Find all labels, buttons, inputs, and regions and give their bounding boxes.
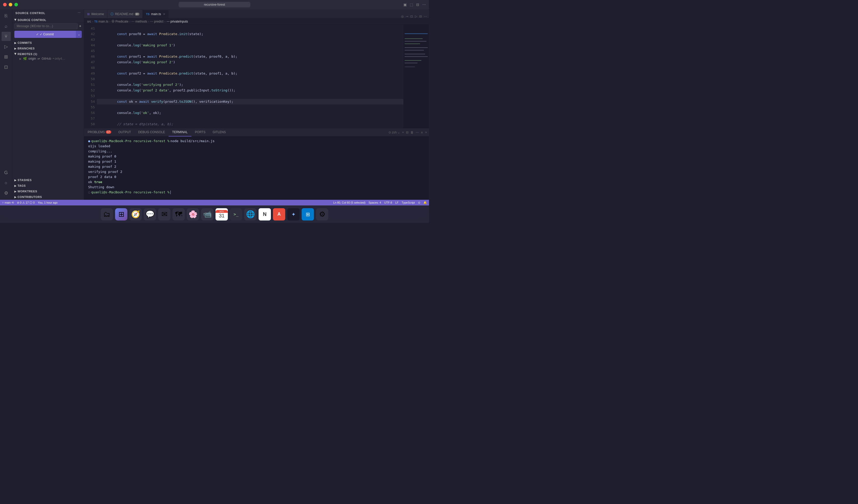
contributors-header[interactable]: ▶ CONTRIBUTORS: [12, 195, 84, 199]
activity-search[interactable]: ⌕: [2, 21, 11, 31]
activity-account[interactable]: ○: [2, 178, 11, 188]
terminal-content[interactable]: ● quanli@s-MacBook-Pro recursive-forest …: [84, 136, 429, 200]
dock-system-prefs[interactable]: ⚙: [316, 208, 328, 221]
tab-output[interactable]: OUTPUT: [115, 128, 134, 136]
code-editor[interactable]: 41 42 43 44 45 46 47 48 49 50 51 52 53 5…: [84, 25, 429, 128]
code-line-54: const ok = await verify(proof2.toJSON(),…: [97, 99, 403, 104]
tab-welcome[interactable]: ⊞ Welcome: [84, 10, 107, 18]
code-line-51: console.log('verifying proof 2');: [97, 82, 403, 87]
breadcrumb-predict[interactable]: ⋯ predict: [150, 20, 163, 23]
run-file-icon[interactable]: ▷: [415, 15, 417, 18]
split-editor-icon[interactable]: ⊡: [410, 15, 413, 18]
dock-facetime[interactable]: 📹: [201, 208, 213, 221]
tab-debug-console[interactable]: DEBUG CONSOLE: [134, 128, 169, 136]
dock-acrobat[interactable]: A: [273, 208, 285, 221]
close-button[interactable]: [3, 3, 7, 6]
tags-header[interactable]: ▶ TAGS: [12, 183, 84, 188]
commit-options-button[interactable]: ⌄: [76, 31, 82, 38]
code-content[interactable]: const proof0 = await Predicate.init(stat…: [97, 25, 403, 128]
breadcrumb-main-ts[interactable]: TS main.ts: [94, 20, 108, 23]
status-language[interactable]: TypeScript: [401, 201, 415, 204]
dock-photos[interactable]: 🌸: [187, 208, 199, 221]
maximize-terminal-icon[interactable]: ∧: [421, 131, 423, 134]
dock-terminal[interactable]: >_: [230, 208, 242, 221]
source-control-toggle[interactable]: ▶ SOURCE CONTROL: [12, 18, 84, 22]
dock-safari[interactable]: 🧭: [129, 208, 142, 221]
more-actions-icon[interactable]: ⋯: [422, 3, 426, 7]
dock-calendar[interactable]: NOV 31: [216, 208, 228, 221]
svg-rect-5: [404, 50, 424, 50]
chevron-right-icon: ▶: [14, 196, 17, 198]
branches-section: ▶ BRANCHES: [12, 46, 84, 51]
breadcrumb-methods[interactable]: ⋯ methods: [131, 20, 147, 23]
remotes-header[interactable]: ▶ REMOTES (1): [12, 52, 84, 56]
status-branch[interactable]: ⑂ main ⟲: [2, 201, 14, 205]
chevron-down-icon: ⌄: [397, 131, 400, 134]
remote-item-origin[interactable]: ▶ 🌿 origin ⇌ GitHub • only4…: [12, 56, 84, 61]
status-bell[interactable]: 🔔: [423, 201, 427, 205]
breadcrumb-predicate[interactable]: ⦿ Predicate: [111, 20, 128, 23]
status-eol[interactable]: LF: [395, 201, 398, 204]
window-controls[interactable]: [3, 3, 18, 6]
title-search[interactable]: [179, 2, 250, 7]
more-menu-icon[interactable]: ⋯: [78, 11, 81, 15]
close-terminal-icon[interactable]: ×: [425, 131, 427, 134]
activity-run[interactable]: ▷: [2, 42, 11, 51]
dock-cursor[interactable]: ✦: [287, 208, 300, 221]
more-tab-actions-icon[interactable]: ⋯: [424, 15, 427, 18]
svg-rect-9: [404, 63, 417, 63]
watch-icon[interactable]: ◎: [401, 15, 403, 18]
editor-layout-icon[interactable]: ⊟: [416, 3, 419, 7]
tab-terminal[interactable]: TERMINAL: [169, 128, 191, 136]
stashes-header[interactable]: ▶ STASHES: [12, 178, 84, 182]
status-encoding[interactable]: UTF-8: [384, 201, 392, 204]
sidebar-header-actions[interactable]: ⋯: [78, 11, 81, 15]
tab-readme[interactable]: ⓘ README.md 9+: [107, 10, 143, 18]
status-you-info[interactable]: You, 1 hour ago: [38, 201, 58, 204]
tab-problems[interactable]: PROBLEMS 17: [84, 128, 115, 136]
sidebar-toggle-icon[interactable]: ▣: [403, 3, 407, 7]
dock-maps[interactable]: 🗺: [173, 208, 185, 221]
dock-notion[interactable]: N: [258, 208, 271, 221]
status-errors[interactable]: ⊘ 0 ⚠ 17 ⓘ 0: [17, 201, 35, 205]
add-terminal-icon[interactable]: +: [402, 131, 404, 134]
status-position[interactable]: Ln 80, Col 60 (5 selected): [333, 201, 365, 204]
layout-icon[interactable]: ⬚: [410, 3, 413, 7]
sparkle-icon[interactable]: ✦: [79, 24, 82, 28]
activity-source-control[interactable]: ⑂: [2, 32, 11, 41]
activity-settings[interactable]: ⚙: [2, 189, 11, 198]
tab-close-button[interactable]: ×: [163, 12, 165, 16]
commits-header[interactable]: ▶ COMMITS: [12, 40, 84, 45]
kill-terminal-icon[interactable]: 🗑: [411, 131, 414, 134]
split-terminal-icon[interactable]: ⊟: [406, 131, 409, 134]
commit-button[interactable]: ✓ ✓ Commit: [14, 31, 76, 38]
dock-mail[interactable]: ✉: [158, 208, 171, 221]
tab-ports[interactable]: PORTS: [191, 128, 209, 136]
layout-editor-icon[interactable]: ⊟: [419, 15, 422, 18]
breadcrumb-icon[interactable]: ⊸: [406, 15, 408, 18]
minimize-button[interactable]: [9, 3, 12, 6]
dock-messages[interactable]: 💬: [144, 208, 156, 221]
terminal-label: TERMINAL: [172, 130, 188, 134]
tab-gitlens[interactable]: GITLENS: [209, 128, 229, 136]
status-gitlens[interactable]: ⊙: [418, 201, 420, 205]
status-spaces[interactable]: Spaces: 4: [368, 201, 381, 204]
dock-launchpad[interactable]: ⊞: [115, 208, 127, 221]
dock-chrome[interactable]: 🌐: [244, 208, 256, 221]
breadcrumb-src[interactable]: src: [87, 20, 91, 23]
tab-main-ts[interactable]: TS main.ts ×: [143, 10, 169, 18]
branch-icon: 🌿: [23, 57, 27, 61]
more-terminal-icon[interactable]: ⋯: [416, 131, 419, 134]
activity-explorer[interactable]: ⎘: [2, 11, 11, 20]
dock-finder[interactable]: 🗂: [101, 208, 113, 221]
mail-icon: ✉: [161, 210, 168, 218]
branches-header[interactable]: ▶ BRANCHES: [12, 46, 84, 51]
worktrees-header[interactable]: ▶ WORKTREES: [12, 189, 84, 194]
maximize-button[interactable]: [14, 3, 18, 6]
dock-vscode[interactable]: ⊞: [302, 208, 314, 221]
commit-message-input[interactable]: [14, 23, 78, 29]
activity-remote[interactable]: ⊡: [2, 63, 11, 72]
activity-gitlens[interactable]: G: [2, 168, 11, 177]
code-line-47: console.log('making proof 2'): [97, 60, 403, 65]
activity-extensions[interactable]: ⊞: [2, 52, 11, 62]
